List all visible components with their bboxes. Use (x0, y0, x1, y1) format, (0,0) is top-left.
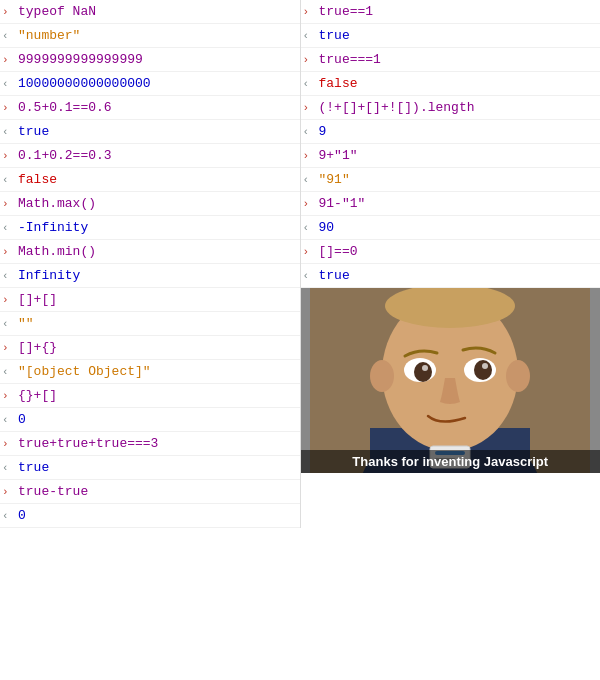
code-text: []+{} (18, 340, 57, 355)
main-container: ›typeof NaN‹"number"›9999999999999999‹10… (0, 0, 600, 528)
code-row: ›Math.min() (0, 240, 300, 264)
code-row: ›9+"1" (301, 144, 601, 168)
code-text: true (319, 268, 350, 283)
code-text: Math.min() (18, 244, 96, 259)
output-arrow: ‹ (2, 414, 18, 426)
code-text: true (18, 124, 49, 139)
code-text: true (18, 460, 49, 475)
code-row: ‹0 (0, 408, 300, 432)
code-row: ‹true (0, 456, 300, 480)
code-row: ‹9 (301, 120, 601, 144)
code-row: ‹90 (301, 216, 601, 240)
input-arrow: › (2, 198, 18, 210)
input-arrow: › (2, 390, 18, 402)
input-arrow: › (2, 342, 18, 354)
code-row: ‹true (301, 264, 601, 288)
code-row: ›[]==0 (301, 240, 601, 264)
code-row: ›[]+{} (0, 336, 300, 360)
meme-caption: Thanks for inventing Javascript (301, 450, 601, 473)
code-row: ›0.1+0.2==0.3 (0, 144, 300, 168)
output-arrow: ‹ (303, 30, 319, 42)
input-arrow: › (303, 198, 319, 210)
output-arrow: ‹ (2, 462, 18, 474)
input-arrow: › (2, 438, 18, 450)
output-arrow: ‹ (2, 174, 18, 186)
output-arrow: ‹ (2, 366, 18, 378)
code-text: 0 (18, 508, 26, 523)
code-row: ‹"[object Object]" (0, 360, 300, 384)
svg-point-13 (482, 363, 488, 369)
code-text: 0.5+0.1==0.6 (18, 100, 112, 115)
svg-point-11 (474, 360, 492, 380)
code-row: ‹"number" (0, 24, 300, 48)
code-text: {}+[] (18, 388, 57, 403)
input-arrow: › (2, 6, 18, 18)
output-arrow: ‹ (2, 222, 18, 234)
code-row: ‹-Infinity (0, 216, 300, 240)
output-arrow: ‹ (303, 78, 319, 90)
code-text: "91" (319, 172, 350, 187)
code-row: ›{}+[] (0, 384, 300, 408)
input-arrow: › (2, 486, 18, 498)
code-text: true==1 (319, 4, 374, 19)
output-arrow: ‹ (2, 30, 18, 42)
code-row: ‹0 (0, 504, 300, 528)
code-row: ‹false (0, 168, 300, 192)
output-arrow: ‹ (303, 126, 319, 138)
code-text: "[object Object]" (18, 364, 151, 379)
input-arrow: › (303, 54, 319, 66)
code-row: ‹"91" (301, 168, 601, 192)
code-text: 91-"1" (319, 196, 366, 211)
code-text: 9+"1" (319, 148, 358, 163)
code-text: 9999999999999999 (18, 52, 143, 67)
input-arrow: › (2, 246, 18, 258)
input-arrow: › (303, 246, 319, 258)
code-text: []+[] (18, 292, 57, 307)
code-text: -Infinity (18, 220, 88, 235)
code-text: typeof NaN (18, 4, 96, 19)
meme-face-svg (310, 288, 590, 473)
output-arrow: ‹ (2, 510, 18, 522)
output-arrow: ‹ (303, 174, 319, 186)
input-arrow: › (303, 150, 319, 162)
code-text: 0 (18, 412, 26, 427)
code-row: ›true+true+true===3 (0, 432, 300, 456)
output-arrow: ‹ (2, 126, 18, 138)
code-row: ›(!+[]+[]+![]).length (301, 96, 601, 120)
code-text: 9 (319, 124, 327, 139)
code-text: 0.1+0.2==0.3 (18, 148, 112, 163)
code-text: false (319, 76, 358, 91)
code-row: ‹false (301, 72, 601, 96)
code-row: ›9999999999999999 (0, 48, 300, 72)
input-arrow: › (2, 294, 18, 306)
svg-point-6 (370, 360, 394, 392)
input-arrow: › (303, 6, 319, 18)
code-text: (!+[]+[]+![]).length (319, 100, 475, 115)
svg-point-7 (506, 360, 530, 392)
code-text: "" (18, 316, 34, 331)
meme-image: Thanks for inventing Javascript (301, 288, 601, 473)
code-row: ›true==1 (301, 0, 601, 24)
left-column: ›typeof NaN‹"number"›9999999999999999‹10… (0, 0, 300, 528)
code-row: ›0.5+0.1==0.6 (0, 96, 300, 120)
code-row: ›typeof NaN (0, 0, 300, 24)
code-text: "number" (18, 28, 80, 43)
input-arrow: › (2, 54, 18, 66)
code-row: ‹true (0, 120, 300, 144)
code-text: []==0 (319, 244, 358, 259)
input-arrow: › (2, 150, 18, 162)
code-row: ‹Infinity (0, 264, 300, 288)
code-row: ›91-"1" (301, 192, 601, 216)
output-arrow: ‹ (303, 270, 319, 282)
code-row: ‹"" (0, 312, 300, 336)
output-arrow: ‹ (2, 318, 18, 330)
code-text: false (18, 172, 57, 187)
code-text: Infinity (18, 268, 80, 283)
code-text: 10000000000000000 (18, 76, 151, 91)
code-text: true-true (18, 484, 88, 499)
code-row: ›[]+[] (0, 288, 300, 312)
output-arrow: ‹ (303, 222, 319, 234)
code-text: true (319, 28, 350, 43)
code-row: ‹10000000000000000 (0, 72, 300, 96)
code-text: true+true+true===3 (18, 436, 158, 451)
